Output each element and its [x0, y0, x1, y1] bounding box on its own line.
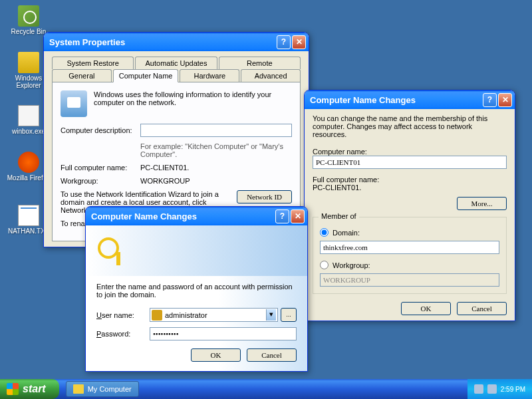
titlebar[interactable]: System Properties ? ✕ [44, 33, 309, 51]
workgroup-input [320, 273, 499, 287]
taskbar: start My Computer 2:59 PM [0, 379, 532, 399]
ok-button[interactable]: OK [191, 348, 241, 362]
clock: 2:59 PM [501, 386, 525, 393]
network-id-button[interactable]: Network ID [237, 190, 292, 203]
member-of-group: Member of Domain: Workgroup: [313, 217, 507, 294]
workgroup-label: Workgroup: [61, 177, 140, 185]
desktop-icon-recycle[interactable]: Recycle Bin [5, 5, 52, 35]
tab-remote[interactable]: Remote [219, 57, 301, 69]
username-value: administrator [165, 311, 266, 319]
taskbar-item-mycomputer[interactable]: My Computer [66, 381, 139, 397]
keys-icon [95, 235, 127, 267]
intro-text: Windows uses the following information t… [61, 90, 292, 106]
workgroup-radio[interactable] [320, 261, 329, 269]
user-label: ser name: [102, 311, 134, 319]
firefox-icon [18, 152, 39, 173]
recycle-bin-icon [18, 5, 39, 27]
notepad-icon [18, 205, 39, 226]
tab-advanced[interactable]: Advanced [241, 69, 301, 82]
file-icon [18, 105, 39, 126]
user-icon [152, 310, 162, 321]
description-label: Computer description: [61, 126, 140, 134]
more-button[interactable]: More... [457, 197, 507, 210]
workgroup-value: WORKGROUP [140, 177, 190, 185]
prompt-text: Enter the name and password of an accoun… [96, 283, 297, 299]
workgroup-label: Workgroup: [332, 261, 370, 269]
browse-button[interactable]: ... [281, 308, 297, 322]
computer-name-label: Computer name: [313, 148, 507, 156]
close-button[interactable]: ✕ [292, 35, 306, 49]
username-combo[interactable]: administrator ▾ [150, 308, 278, 322]
tray-icon[interactable] [474, 384, 483, 394]
help-button[interactable]: ? [277, 35, 291, 49]
task-label: My Computer [88, 385, 132, 393]
computer-name-input[interactable] [313, 156, 507, 169]
cancel-button[interactable]: Cancel [457, 302, 507, 315]
group-title: Member of [319, 212, 359, 220]
domain-radio[interactable] [320, 228, 329, 237]
window-title: Computer Name Changes [310, 95, 481, 105]
start-button[interactable]: start [0, 379, 59, 399]
domain-input[interactable] [320, 241, 499, 254]
tab-system-restore[interactable]: System Restore [52, 57, 134, 69]
windows-logo-icon [7, 383, 19, 395]
pass-label: assword: [101, 330, 130, 338]
computer-icon [61, 90, 87, 117]
titlebar[interactable]: Computer Name Changes ? ✕ [86, 207, 307, 225]
name-changes-window: Computer Name Changes ? ✕ You can change… [304, 90, 515, 321]
cancel-button[interactable]: Cancel [247, 348, 297, 362]
tab-hardware[interactable]: Hardware [180, 69, 239, 82]
tab-computer-name[interactable]: Computer Name [113, 69, 179, 82]
help-button[interactable]: ? [275, 209, 289, 223]
help-button[interactable]: ? [483, 93, 497, 107]
titlebar[interactable]: Computer Name Changes ? ✕ [305, 90, 515, 109]
domain-label: Domain: [332, 229, 360, 237]
system-tray: 2:59 PM [467, 379, 532, 399]
window-title: Computer Name Changes [91, 211, 274, 221]
fullname-value: PC-CLIENT01. [313, 184, 507, 192]
close-button[interactable]: ✕ [498, 93, 512, 107]
window-title: System Properties [49, 37, 275, 47]
start-label: start [23, 383, 46, 395]
folder-icon [73, 384, 84, 394]
chevron-down-icon[interactable]: ▾ [266, 309, 276, 321]
auth-dialog: Computer Name Changes ? ✕ Enter the name… [85, 206, 308, 372]
example-text: For example: "Kitchen Computer" or "Mary… [140, 142, 292, 158]
description-input[interactable] [140, 124, 292, 137]
fullname-value: PC-CLIENT01. [140, 164, 189, 172]
password-input[interactable] [150, 327, 297, 340]
tab-general[interactable]: General [52, 69, 112, 82]
tray-icon[interactable] [487, 384, 497, 394]
close-button[interactable]: ✕ [291, 209, 305, 223]
fullname-label: Full computer name: [61, 164, 140, 172]
tab-automatic-updates[interactable]: Automatic Updates [135, 57, 217, 69]
fullname-label: Full computer name: [313, 176, 507, 184]
intro-text: You can change the name and the membersh… [313, 114, 507, 138]
folder-icon [18, 52, 39, 73]
ok-button[interactable]: OK [401, 302, 451, 315]
